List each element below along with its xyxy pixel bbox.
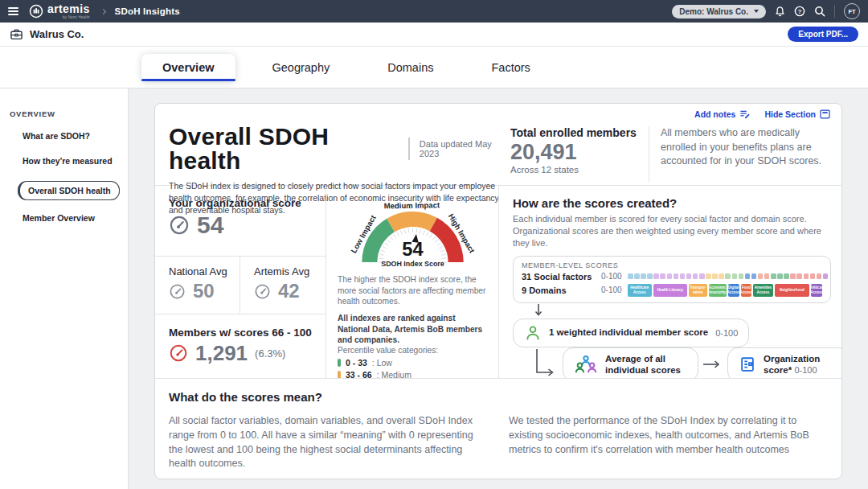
sidebar-item-label: How they're measured [23,156,113,166]
client-name: Walrus Co. [30,28,84,40]
client-bar: Walrus Co. Export PDF... [0,23,868,47]
factor-square [693,273,698,279]
tab[interactable]: Factors [470,54,551,81]
add-notes-link[interactable]: Add notes [694,109,750,119]
legend-item: 33 - 66 : Medium [338,370,487,378]
domain-block: Amenities Access [753,284,772,297]
gauge-icon [169,215,190,236]
how-created-heading: How are the scores created? [513,196,830,210]
sidebar-item[interactable]: Member Overview [23,213,121,223]
sdoh-index-gauge: Low ImpactMedium ImpactHigh Impact54SDOH… [339,191,486,271]
factor-square [771,273,776,279]
sidebar-item[interactable]: Overall SDOH health [18,181,120,200]
factor-square [634,273,640,279]
factor-square [777,273,783,279]
tab-bar: Overview Geography Domains Factors [0,47,868,88]
national-avg-label: National Avg [169,265,240,277]
hide-section-link[interactable]: Hide Section [764,109,830,119]
gauge-icon-red [169,343,188,363]
add-notes-label: Add notes [694,109,735,119]
legend-range: 33 - 66 [346,370,372,378]
members-high-score-percent: (6.3%) [255,347,285,360]
factor-square [725,273,731,279]
total-members-label: Total enrolled members [510,126,649,139]
search-icon[interactable] [814,6,825,17]
meaning-left-paragraph: All social factor variables, domain vari… [169,414,488,471]
factor-square [660,273,665,279]
tab[interactable]: Geography [252,54,351,81]
domain-block: Health Literacy [653,284,688,297]
org-score-label: Your organizational score [169,197,326,209]
factor-square [790,273,796,279]
artemis-avg-label: Artemis Avg [254,265,326,277]
svg-text:?: ? [798,8,802,15]
factor-square [719,273,724,279]
factor-square [647,273,653,279]
factor-square [628,273,633,279]
hamburger-menu-icon[interactable] [8,7,18,15]
user-avatar[interactable]: FT [844,3,860,19]
weighted-score-label: 1 weighted individual member score [549,327,708,338]
overview-card: Add notes Hide Section Overall SDOH heal… [154,103,842,479]
sidebar: OVERVIEW What are SDOH? How they're meas… [0,88,129,489]
notes-pencil-icon [739,109,750,119]
domains-range: 0-100 [601,286,624,294]
notifications-bell-icon[interactable] [775,6,785,17]
artemis-logo: artemis by Nomi Health [29,3,90,19]
total-members-value: 20,491 [510,139,649,165]
factor-square [706,273,711,279]
data-updated-label: Data updated May 2023 [420,139,510,158]
domain-blocks: Healthcare AccessHealth LiteracyTranspor… [628,284,822,297]
gauge-ranked-note: All indexes are ranked against National … [338,313,487,346]
sidebar-item[interactable]: How they're measured [23,156,121,166]
sidebar-item[interactable]: What are SDOH? [23,131,121,141]
sidebar-section-title: OVERVIEW [10,109,121,118]
total-members-note: All members who are medically enrolled i… [649,126,832,183]
caret-down-icon [754,10,759,13]
svg-text:SDOH Index Score: SDOH Index Score [381,260,444,268]
bent-arrow-icon [534,349,558,378]
tab[interactable]: Overview [141,54,235,81]
factor-square [667,273,673,279]
legend-label: : Low [372,358,392,368]
factor-square [751,273,757,279]
domain-block: Food Access [741,284,752,297]
tab-label: Overview [162,61,215,74]
export-pdf-button[interactable]: Export PDF... [788,27,858,42]
total-members-states: Across 12 states [510,165,649,175]
organization-score-box: Organization score* 0-100 [727,347,841,378]
gauge-legend: 0 - 33 : Low 33 - 66 : Medium 66 - 100 :… [338,358,487,378]
factor-square [784,273,789,279]
domain-block: Digital Access [728,284,739,297]
demo-account-selector[interactable]: Demo: Walrus Co. [672,5,766,18]
artemis-logo-icon [29,4,43,18]
org-score-value: 54 [197,213,223,237]
svg-text:54: 54 [402,239,424,260]
weighted-score-range: 0-100 [715,328,738,338]
factor-square [739,273,744,279]
legend-label: : Medium [377,370,411,378]
factor-square [804,273,809,279]
social-factors-label: 31 Social factors [522,272,597,281]
factor-square [810,273,816,279]
tab-label: Domains [387,61,433,74]
legend-item: 0 - 33 : Low [338,358,487,368]
factor-square [680,273,686,279]
sidebar-item-label: Overall SDOH health [28,186,111,195]
legend-color-pill [338,371,341,378]
tab[interactable]: Domains [366,54,454,81]
factor-square [732,273,738,279]
average-scores-label: Average of all individual scores [605,353,687,376]
help-icon[interactable]: ? [794,6,805,17]
domain-block: Transpor- tation [689,284,706,297]
chevron-right-icon [100,8,106,14]
svg-text:Medium Impact: Medium Impact [383,200,440,210]
breadcrumb: SDoH Insights [115,6,180,16]
members-high-score-label: Members w/ scores 66 - 100 [169,327,326,339]
artemis-avg-value: 42 [278,281,300,301]
factor-square [641,273,646,279]
people-group-icon [574,355,598,374]
building-icon [739,355,756,373]
arrow-down-icon [534,304,830,318]
social-factors-range: 0-100 [601,272,624,281]
